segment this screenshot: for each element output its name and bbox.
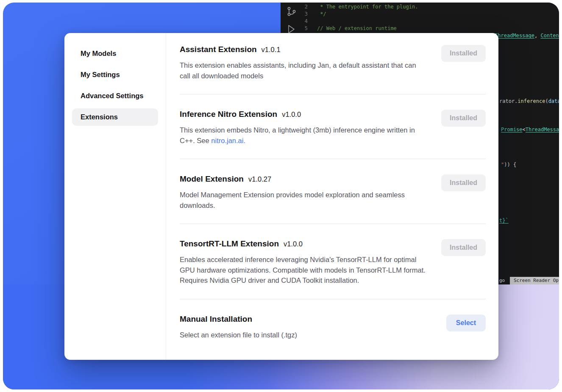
divider [180, 224, 486, 224]
extension-name: TensortRT-LLM Extension [180, 238, 279, 249]
manual-installation-description: Select an extension file to install (.tg… [180, 330, 297, 340]
extension-version: v1.0.1 [262, 44, 281, 55]
extension-title: Inference Nitro Extension v1.0.0 [180, 109, 426, 120]
installed-button[interactable]: Installed [441, 110, 486, 127]
sidebar-item-my-settings[interactable]: My Settings [72, 66, 158, 83]
installed-button[interactable]: Installed [441, 45, 486, 62]
select-file-button[interactable]: Select [446, 315, 486, 331]
extension-version: v1.0.27 [248, 174, 271, 185]
settings-sidebar: My Models My Settings Advanced Settings … [64, 33, 166, 360]
page: 2 * The entrypoint for the plugin.3 */45… [0, 0, 562, 392]
installed-button[interactable]: Installed [441, 174, 486, 191]
extension-title: Assistant Extension v1.0.1 [180, 44, 426, 55]
hero-backdrop: 2 * The entrypoint for the plugin.3 */45… [3, 3, 559, 389]
extension-description: This extension embeds Nitro, a lightweig… [180, 125, 426, 146]
divider [180, 94, 486, 94]
status-left-text: go [499, 278, 505, 283]
sidebar-item-my-models[interactable]: My Models [72, 45, 158, 62]
extension-title: Model Extension v1.0.27 [180, 174, 426, 185]
divider [180, 299, 486, 299]
extension-name: Assistant Extension [180, 44, 257, 55]
extension-title: TensortRT-LLM Extension v1.0.0 [180, 238, 426, 249]
extension-row-model: Model Extension v1.0.27 Model Management… [180, 174, 486, 210]
extension-version: v1.0.0 [284, 238, 303, 249]
extension-description: Model Management Extension provides mode… [180, 190, 426, 210]
extension-row-nitro: Inference Nitro Extension v1.0.0 This ex… [180, 109, 486, 146]
installed-button[interactable]: Installed [441, 239, 486, 256]
sidebar-item-advanced-settings[interactable]: Advanced Settings [72, 87, 158, 105]
extensions-list: Assistant Extension v1.0.1 This extensio… [166, 33, 498, 360]
extension-row-assistant: Assistant Extension v1.0.1 This extensio… [180, 44, 486, 81]
extension-name: Inference Nitro Extension [180, 109, 277, 120]
settings-modal: My Models My Settings Advanced Settings … [64, 33, 498, 360]
extension-version: v1.0.0 [282, 109, 301, 120]
manual-installation-row: Manual Installation Select an extension … [180, 314, 486, 340]
divider [180, 159, 486, 159]
extension-description: Enables accelerated inference leveraging… [180, 254, 426, 286]
manual-installation-title: Manual Installation [180, 314, 297, 325]
extension-row-tensorrt: TensortRT-LLM Extension v1.0.0 Enables a… [180, 238, 486, 286]
sidebar-item-extensions[interactable]: Extensions [72, 108, 158, 126]
extension-description: This extension enables assistants, inclu… [180, 60, 426, 81]
nitro-jan-ai-link[interactable]: nitro.jan.ai. [211, 137, 245, 144]
extension-name: Model Extension [180, 174, 244, 185]
extension-name: Manual Installation [180, 314, 252, 325]
screen-reader-chip[interactable]: Screen Reader Optimize [510, 277, 559, 284]
